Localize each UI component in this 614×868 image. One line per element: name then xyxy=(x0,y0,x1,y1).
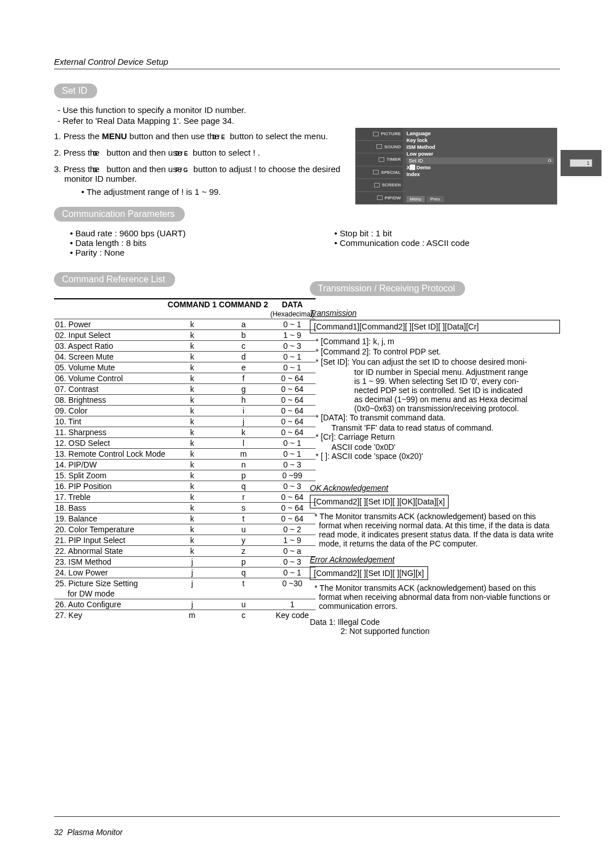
cmd1: k xyxy=(167,384,218,395)
osd-tab: SOUND xyxy=(355,141,403,154)
sound-icon xyxy=(376,144,382,149)
cmd-data: 0 ~ 64 xyxy=(269,503,315,514)
cmd-data: 0 ~ 1 xyxy=(269,567,315,578)
cmd1: k xyxy=(167,362,218,373)
note: tor ID number in Special menu. Adjustmen… xyxy=(310,368,560,377)
table-row: 25. Picture Size Settingjt0 ~30 xyxy=(54,578,316,589)
cmd1: k xyxy=(167,503,218,514)
comm-params-heading: Communication Parameters xyxy=(54,207,185,222)
cmd-name: 12. OSD Select xyxy=(54,438,167,449)
table-row: 24. Low Powerjq0 ~ 1 xyxy=(54,567,316,578)
command-table: COMMAND 1 COMMAND 2 DATA (Hexadecimal) 0… xyxy=(54,298,316,620)
cmd-data: 0 ~30 xyxy=(269,578,315,589)
osd-tab: SPECIAL xyxy=(355,166,403,180)
cmd2: f xyxy=(218,373,269,384)
table-row: 20. Color Temperatureku0 ~ 2 xyxy=(54,524,316,535)
th-cmd1: COMMAND 1 xyxy=(167,299,218,310)
cmd1: k xyxy=(167,524,218,535)
cmd-name: 11. Sharpness xyxy=(54,427,167,438)
cmd-data: 1 ~ 9 xyxy=(269,535,315,546)
table-row: 12. OSD Selectkl0 ~ 1 xyxy=(54,438,316,449)
err-ack-title: Error Acknowledgement xyxy=(310,555,560,564)
cmd2: q xyxy=(218,481,269,492)
cmd2: i xyxy=(218,406,269,416)
param-item: Parity : None xyxy=(70,248,296,257)
protocol-heading: Transmission / Receiving Protocol xyxy=(310,281,465,296)
cmd-name: 07. Contrast xyxy=(54,384,167,395)
data-code-2: 2: Not supported function xyxy=(310,627,560,636)
cmd2: j xyxy=(218,416,269,427)
cmd1: k xyxy=(167,449,218,460)
t: button and then use xyxy=(104,164,184,174)
transmission-box: [Command1][Command2][ ][Set ID][ ][Data]… xyxy=(310,320,560,333)
cmd1: k xyxy=(167,416,218,427)
cmd-name: 02. Input Select xyxy=(54,330,167,341)
note: as decimal (1~99) on menu and as Hexa de… xyxy=(310,395,560,404)
cmd2: k xyxy=(218,427,269,438)
header-rule xyxy=(54,69,560,69)
cmd1: k xyxy=(167,470,218,481)
footer-rule xyxy=(54,816,560,817)
note: is 1 ~ 99. When selecting Set ID '0', ev… xyxy=(310,377,560,386)
t: SOUND xyxy=(384,144,401,149)
osd-line: X🅳 Demo xyxy=(406,164,554,171)
cmd2: c xyxy=(218,610,269,621)
cmd-data: 0 ~ 64 xyxy=(269,514,315,524)
cmd1: k xyxy=(167,427,218,438)
cmd1: k xyxy=(167,438,218,449)
note: (0x0~0x63) on transmission/receiving pro… xyxy=(310,404,560,413)
table-row: 19. Balancekt0 ~ 64 xyxy=(54,514,316,524)
cmd-data: 0 ~ 3 xyxy=(269,557,315,567)
cmd-name: 10. Tint xyxy=(54,416,167,427)
table-row: 15. Split Zoomkp0 ~99 xyxy=(54,470,316,481)
cmd2: u xyxy=(218,524,269,535)
timer-icon xyxy=(379,157,384,162)
note: ASCII code '0x0D' xyxy=(310,443,560,452)
table-row: 14. PIP/DWkn0 ~ 3 xyxy=(54,460,316,470)
cmd1: k xyxy=(167,373,218,384)
osd-menu-graphic: PICTURE SOUND TIMER SPECIAL SCREEN PIP/D… xyxy=(355,128,557,205)
cmd-name: 08. Brightness xyxy=(54,395,167,406)
cmd2: l xyxy=(218,438,269,449)
note: nected PDP set is controlled. Set ID is … xyxy=(310,386,560,395)
cmd2: n xyxy=(218,460,269,470)
t: PIP/DW xyxy=(385,195,401,201)
cmd-data: 0 ~ 64 xyxy=(269,492,315,503)
data-codes: Data 1: Illegal Code 2: Not supported fu… xyxy=(310,617,560,636)
cmd2: u xyxy=(218,599,269,610)
table-row: 16. PIP Positionkq0 ~ 3 xyxy=(54,481,316,492)
cmd-name: 23. ISM Method xyxy=(54,557,167,567)
screen-icon xyxy=(374,183,380,187)
cmd2: r xyxy=(218,492,269,503)
table-row: 21. PIP Input Selectky1 ~ 9 xyxy=(54,535,316,546)
osd-menu-btn: Menu xyxy=(406,196,425,202)
cmd-name: 09. Color xyxy=(54,406,167,416)
table-row: 13. Remote Control Lock Modekm0 ~ 1 xyxy=(54,449,316,460)
cmd-name: 14. PIP/DW xyxy=(54,460,167,470)
cmd-data: 1 xyxy=(269,599,315,610)
cmd2: e xyxy=(218,362,269,373)
cmd-data: 0 ~ 64 xyxy=(269,395,315,406)
ok-ack-note: * The Monitor transmits ACK (acknowledge… xyxy=(310,512,560,548)
cmd2: s xyxy=(218,503,269,514)
set-id-heading: Set ID xyxy=(54,84,97,98)
table-row: 05. Volume Muteke0 ~ 1 xyxy=(54,362,316,373)
transmission-title: Transmission xyxy=(310,308,560,318)
osd-tab: PICTURE xyxy=(355,128,403,141)
table-row: 26. Auto Configureju1 xyxy=(54,599,316,610)
cmd2: t xyxy=(218,578,269,589)
cmd-data: 0 ~99 xyxy=(269,470,315,481)
cmd1: k xyxy=(167,546,218,557)
table-row: 27. KeymcKey code xyxy=(54,610,316,621)
cmd2: h xyxy=(218,395,269,406)
cmd-name: 15. Split Zoom xyxy=(54,470,167,481)
cmd-data: 0 ~ 3 xyxy=(269,481,315,492)
cmd1: k xyxy=(167,330,218,341)
cmd-data: 0 ~ 64 xyxy=(269,373,315,384)
err-ack-note: * The Monitor transmits ACK (acknowledge… xyxy=(310,583,560,611)
osd-line: Index xyxy=(406,171,554,178)
table-row: 02. Input Selectkb1 ~ 9 xyxy=(54,330,316,341)
cmd-data: 0 ~ 1 xyxy=(269,362,315,373)
table-row: 10. Tintkj0 ~ 64 xyxy=(54,416,316,427)
table-row: 07. Contrastkg0 ~ 64 xyxy=(54,384,316,395)
